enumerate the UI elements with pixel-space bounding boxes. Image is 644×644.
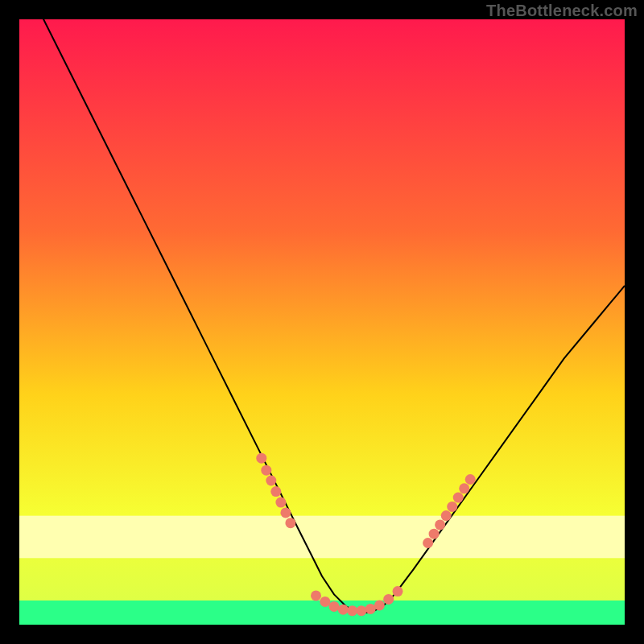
highlight-dot bbox=[275, 497, 286, 508]
highlight-dots bbox=[256, 453, 475, 617]
plot-area bbox=[19, 19, 625, 625]
highlight-dot bbox=[435, 519, 445, 530]
highlight-dot bbox=[329, 601, 340, 612]
highlight-dot bbox=[270, 486, 281, 497]
curve-layer bbox=[19, 19, 625, 625]
highlight-dot bbox=[285, 518, 295, 528]
highlight-dot bbox=[347, 605, 357, 616]
highlight-dot bbox=[280, 507, 291, 518]
chart-stage: TheBottleneck.com bbox=[0, 0, 644, 644]
highlight-dot bbox=[447, 502, 457, 512]
highlight-dot bbox=[311, 590, 321, 601]
highlight-dot bbox=[261, 465, 271, 476]
highlight-dot bbox=[429, 529, 440, 539]
highlight-dot bbox=[365, 604, 376, 614]
highlight-dot bbox=[338, 605, 349, 615]
highlight-dot bbox=[453, 493, 464, 503]
highlight-dot bbox=[441, 510, 452, 521]
bottleneck-curve bbox=[19, 19, 625, 613]
highlight-dot bbox=[356, 605, 366, 616]
highlight-dot bbox=[383, 594, 394, 605]
highlight-dot bbox=[393, 586, 403, 597]
credit-label: TheBottleneck.com bbox=[486, 2, 638, 20]
highlight-dot bbox=[423, 538, 433, 548]
highlight-dot bbox=[459, 483, 469, 493]
highlight-dot bbox=[374, 600, 385, 610]
highlight-dot bbox=[465, 474, 476, 485]
highlight-dot bbox=[256, 453, 266, 464]
highlight-dot bbox=[320, 597, 330, 607]
highlight-dot bbox=[266, 476, 276, 486]
